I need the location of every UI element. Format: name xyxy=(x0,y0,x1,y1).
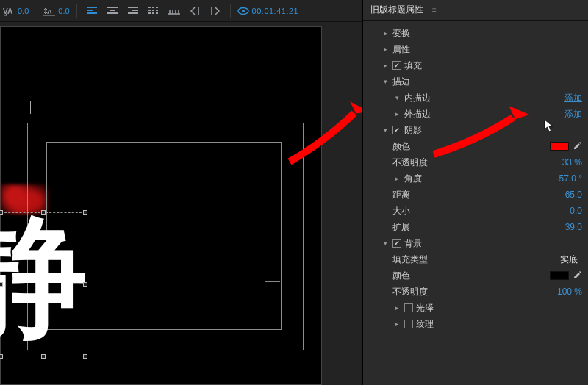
resize-handle[interactable] xyxy=(83,210,87,215)
tab-stops-button[interactable] xyxy=(166,3,182,19)
shadow-opacity-value[interactable]: 33 % xyxy=(562,157,582,168)
inner-stroke-add-link[interactable]: 添加 xyxy=(564,92,582,104)
svg-point-3 xyxy=(242,10,245,12)
resize-handle[interactable] xyxy=(0,282,3,287)
resize-handle[interactable] xyxy=(41,210,46,215)
resize-handle[interactable] xyxy=(41,354,46,359)
bg-fill-type-row: 填充类型 实底 xyxy=(363,251,588,267)
svg-text:A: A xyxy=(47,8,52,15)
chevron-right-icon[interactable] xyxy=(392,303,401,312)
title-canvas[interactable]: 静 xyxy=(0,26,322,385)
outer-stroke-add-link[interactable]: 添加 xyxy=(564,108,582,120)
eyedropper-icon[interactable] xyxy=(573,270,582,281)
mouse-cursor xyxy=(544,119,556,134)
tab-indent-right-button[interactable] xyxy=(207,3,223,19)
background-checkbox[interactable] xyxy=(392,239,401,248)
eyedropper-icon[interactable] xyxy=(573,141,582,152)
baseline-shift-tool[interactable]: A 0.0 xyxy=(43,3,69,19)
properties-tree: 变换 属性 填充 描边 内描边 添加 xyxy=(363,21,588,337)
resize-handle[interactable] xyxy=(83,354,87,359)
inner-stroke-row[interactable]: 内描边 添加 xyxy=(363,90,588,106)
bg-opacity-row: 不透明度 100 % xyxy=(363,284,588,300)
align-left-button[interactable] xyxy=(84,3,100,19)
bg-texture-row[interactable]: 纹理 xyxy=(363,316,588,332)
resize-handle[interactable] xyxy=(0,210,3,215)
baseline-value[interactable]: 0.0 xyxy=(58,7,69,15)
separator xyxy=(76,4,77,18)
chevron-down-icon[interactable] xyxy=(392,93,401,102)
bg-color-swatch[interactable] xyxy=(550,271,569,280)
shadow-angle-row: 角度 -57.0 ° xyxy=(363,170,588,187)
separator xyxy=(230,4,231,18)
panel-title-label: 旧版标题属性 xyxy=(370,4,423,16)
tracking-tool[interactable]: VA 0.0 xyxy=(3,3,29,19)
title-toolbar: VA 0.0 A 0.0 xyxy=(0,0,362,22)
shadow-color-row: 颜色 xyxy=(363,138,588,154)
fill-group[interactable]: 填充 xyxy=(363,57,588,73)
timecode-display[interactable]: 00:01:41:21 xyxy=(252,7,299,15)
fill-checkbox[interactable] xyxy=(392,61,401,70)
resize-handle[interactable] xyxy=(83,282,87,287)
chevron-right-icon[interactable] xyxy=(392,174,401,183)
resize-handle[interactable] xyxy=(0,354,3,359)
bg-texture-checkbox[interactable] xyxy=(404,320,413,328)
attributes-group[interactable]: 属性 xyxy=(363,41,588,57)
shadow-distance-row: 距离 65.0 xyxy=(363,187,588,203)
panel-title-bar[interactable]: 旧版标题属性 ≡ xyxy=(363,0,588,21)
chevron-right-icon[interactable] xyxy=(381,29,390,37)
background-group[interactable]: 背景 xyxy=(363,235,588,251)
bg-color-row: 颜色 xyxy=(363,267,588,284)
align-right-button[interactable] xyxy=(125,3,141,19)
shadow-size-value[interactable]: 0.0 xyxy=(570,206,582,216)
align-center-button[interactable] xyxy=(104,3,121,19)
bg-sheen-checkbox[interactable] xyxy=(404,303,413,312)
bg-sheen-row[interactable]: 光泽 xyxy=(363,300,588,316)
shadow-angle-value[interactable]: -57.0 ° xyxy=(556,173,582,184)
chevron-right-icon[interactable] xyxy=(392,320,401,328)
shadow-color-swatch[interactable] xyxy=(550,142,569,151)
stage-outer: 静 xyxy=(0,22,362,385)
shadow-size-row: 大小 0.0 xyxy=(363,203,588,219)
vertical-guide xyxy=(30,101,31,114)
crosshair-v xyxy=(273,274,273,289)
tab-indent-left-button[interactable] xyxy=(187,3,203,19)
show-video-toggle[interactable]: 00:01:41:21 xyxy=(237,7,299,15)
selection-box[interactable] xyxy=(1,212,85,356)
distribute-button[interactable] xyxy=(146,3,162,19)
chevron-down-icon[interactable] xyxy=(381,239,390,248)
chevron-right-icon[interactable] xyxy=(392,109,401,118)
shadow-spread-row: 扩展 39.0 xyxy=(363,219,588,235)
chevron-right-icon[interactable] xyxy=(381,45,390,54)
chevron-right-icon[interactable] xyxy=(381,61,390,70)
strokes-group[interactable]: 描边 xyxy=(363,73,588,90)
bg-fill-type-select[interactable]: 实底 xyxy=(556,253,582,266)
chevron-down-icon[interactable] xyxy=(381,77,390,86)
title-properties-panel: 旧版标题属性 ≡ 变换 属性 填充 描边 xyxy=(362,0,588,385)
shadow-spread-value[interactable]: 39.0 xyxy=(565,222,582,232)
transform-group[interactable]: 变换 xyxy=(363,25,588,41)
shadow-checkbox[interactable] xyxy=(392,126,401,134)
shadow-distance-value[interactable]: 65.0 xyxy=(565,190,582,200)
shadow-opacity-row: 不透明度 33 % xyxy=(363,154,588,170)
svg-text:VA: VA xyxy=(3,7,12,15)
title-preview-pane: VA 0.0 A 0.0 xyxy=(0,0,362,385)
bg-opacity-value[interactable]: 100 % xyxy=(557,287,582,297)
tracking-value[interactable]: 0.0 xyxy=(18,7,29,15)
panel-menu-icon[interactable]: ≡ xyxy=(432,6,438,14)
chevron-down-icon[interactable] xyxy=(381,126,390,134)
